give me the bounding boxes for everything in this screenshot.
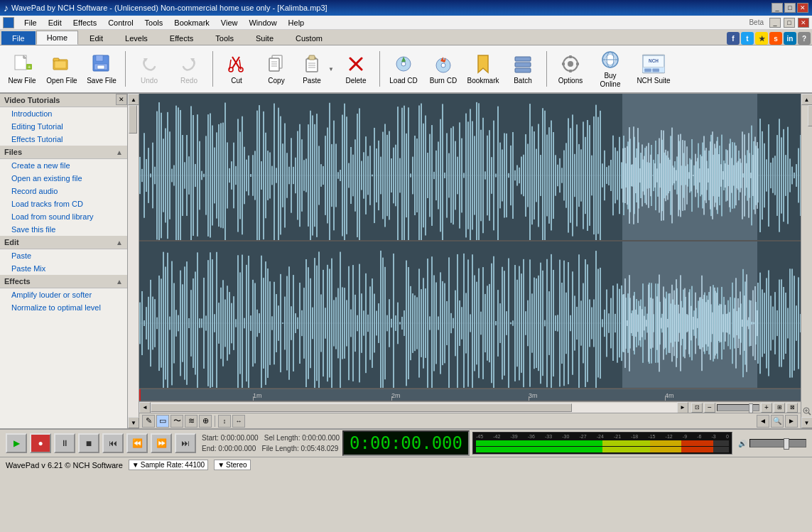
zoom-corner-btn[interactable] xyxy=(801,406,813,417)
section-video-tutorials[interactable]: Video Tutorials ▲ xyxy=(0,94,127,107)
menu-effects[interactable]: Effects xyxy=(67,17,102,28)
menu-bookmark[interactable]: Bookmark xyxy=(168,17,215,28)
play-btn[interactable]: ▶ xyxy=(6,433,27,453)
search-btn[interactable]: 🔍 xyxy=(771,415,784,428)
paste-dropdown-btn[interactable]: ▼ xyxy=(327,47,335,91)
hscroll-left-btn[interactable]: ◄ xyxy=(139,402,151,413)
restore-btn[interactable]: □ xyxy=(784,3,796,13)
menu-view[interactable]: View xyxy=(215,17,244,28)
sidebar-scroll-down[interactable]: ▼ xyxy=(128,417,139,428)
redo-button[interactable]: Redo xyxy=(170,47,208,91)
section-effects[interactable]: Effects ▲ xyxy=(0,275,127,288)
sidebar-item-open-existing[interactable]: Open an existing file xyxy=(0,172,127,185)
zoom-fullview-btn[interactable]: ⊞ xyxy=(774,403,785,413)
undo-button[interactable]: Undo xyxy=(130,47,168,91)
sidebar-item-create-new[interactable]: Create a new file xyxy=(0,159,127,172)
sidebar-item-paste-mix[interactable]: Paste Mix xyxy=(0,262,127,275)
waveform-track-top[interactable] xyxy=(139,94,801,241)
bookmark-button[interactable]: Bookmark xyxy=(464,47,502,91)
wave-view-btn[interactable]: 〜 xyxy=(170,415,183,428)
wave-scroll-up-btn[interactable]: ▲ xyxy=(801,94,813,105)
sidebar-item-record-audio[interactable]: Record audio xyxy=(0,185,127,197)
sidebar-item-effects-tutorial[interactable]: Effects Tutorial xyxy=(0,133,127,146)
twitter-icon[interactable]: t xyxy=(741,32,754,45)
zoom-out-btn[interactable]: − xyxy=(704,403,715,413)
tab-suite[interactable]: Suite xyxy=(245,31,284,45)
zoom-extra-btn[interactable]: ⊠ xyxy=(786,403,798,413)
menu-window[interactable]: Window xyxy=(243,17,282,28)
load-cd-button[interactable]: Load CD xyxy=(384,47,423,91)
zoom-fit-btn[interactable]: ⊡ xyxy=(691,403,703,413)
menu-tools[interactable]: Tools xyxy=(139,17,169,28)
fast-back-btn[interactable]: ⏪ xyxy=(126,433,148,453)
new-file-button[interactable]: + New File xyxy=(3,47,41,91)
section-edit[interactable]: Edit ▲ xyxy=(0,236,127,249)
menu-edit[interactable]: Edit xyxy=(43,17,67,28)
nch-suite-button[interactable]: NCH NCH Suite xyxy=(631,47,676,91)
burn-cd-button[interactable]: Burn CD xyxy=(424,47,462,91)
menu-control[interactable]: Control xyxy=(102,17,139,28)
prev-marker-btn[interactable]: ◄ xyxy=(757,415,769,428)
sidebar-close-btn[interactable]: ✕ xyxy=(116,94,127,105)
linkedin-icon[interactable]: in xyxy=(784,32,796,45)
zoom-wave-btn[interactable]: ⊕ xyxy=(199,415,212,428)
wave-vscroll[interactable]: ▲ ▼ xyxy=(801,94,812,428)
hscroll-bar[interactable]: ◄ ► ⊡ − + ⊞ ⊠ xyxy=(139,401,801,413)
select-tool-btn[interactable]: ▭ xyxy=(156,415,169,428)
hscroll-right-btn[interactable]: ► xyxy=(677,402,688,413)
tab-file[interactable]: File xyxy=(1,31,36,45)
channel-btn[interactable]: ↕ xyxy=(218,415,231,428)
sidebar-item-amplify[interactable]: Amplify louder or softer xyxy=(0,288,127,301)
zoom-slider[interactable] xyxy=(717,404,759,411)
end-btn[interactable]: ⏭ xyxy=(175,433,196,453)
fast-fwd-btn[interactable]: ⏩ xyxy=(151,433,172,453)
menu-close-btn[interactable]: ✕ xyxy=(798,18,809,28)
menu-file[interactable]: File xyxy=(18,17,43,28)
minimize-btn[interactable]: _ xyxy=(772,3,783,13)
normalize-btn[interactable]: ↔ xyxy=(232,415,245,428)
title-controls[interactable]: _ □ ✕ xyxy=(772,3,808,13)
star-icon[interactable]: ★ xyxy=(755,32,768,45)
options-button[interactable]: Options xyxy=(551,47,590,91)
menu-minimize-btn[interactable]: _ xyxy=(769,18,781,28)
sidebar-item-paste[interactable]: Paste xyxy=(0,249,127,262)
tab-home[interactable]: Home xyxy=(36,31,78,45)
sidebar-item-editing-tutorial[interactable]: Editing Tutorial xyxy=(0,120,127,133)
tab-tools[interactable]: Tools xyxy=(205,31,244,45)
cut-button[interactable]: Cut xyxy=(217,47,256,91)
save-file-button[interactable]: Save File xyxy=(82,47,121,91)
tab-custom[interactable]: Custom xyxy=(285,31,333,45)
soundcloud-icon[interactable]: s xyxy=(769,32,782,45)
stop-btn[interactable]: ■ xyxy=(78,433,99,453)
sidebar-scrollbar[interactable]: ▲ ▼ xyxy=(128,94,139,428)
paste-button[interactable]: Paste xyxy=(297,47,327,91)
next-marker-btn[interactable]: ► xyxy=(785,415,798,428)
facebook-icon[interactable]: f xyxy=(727,32,740,45)
question-icon[interactable]: ? xyxy=(798,32,811,45)
volume-slider[interactable] xyxy=(749,439,806,447)
spectrum-btn[interactable]: ≋ xyxy=(185,415,197,428)
section-files[interactable]: Files ▲ xyxy=(0,146,127,159)
sidebar-item-normalize[interactable]: Normalize to optimal level xyxy=(0,301,127,314)
app-menu-icon[interactable] xyxy=(3,17,14,28)
rewind-btn[interactable]: ⏮ xyxy=(102,433,124,453)
tab-effects[interactable]: Effects xyxy=(159,31,204,45)
record-btn[interactable]: ● xyxy=(30,433,51,453)
waveform-track-bottom[interactable] xyxy=(139,241,801,389)
open-file-button[interactable]: Open File xyxy=(43,47,81,91)
tab-edit[interactable]: Edit xyxy=(79,31,114,45)
sidebar-item-introduction[interactable]: Introduction xyxy=(0,107,127,120)
stereo-dropdown[interactable]: ▼ Stereo xyxy=(214,460,250,470)
sidebar-scroll-up[interactable]: ▲ xyxy=(128,94,139,105)
zoom-in-btn[interactable]: + xyxy=(761,403,772,413)
delete-button[interactable]: Delete xyxy=(337,47,375,91)
sample-rate-dropdown[interactable]: ▼ Sample Rate: 44100 xyxy=(129,460,208,470)
menu-help[interactable]: Help xyxy=(283,17,310,28)
copy-button[interactable]: Copy xyxy=(257,47,296,91)
wave-scroll-down-btn[interactable]: ▼ xyxy=(801,417,813,428)
sidebar-item-save-file[interactable]: Save this file xyxy=(0,223,127,236)
sidebar-item-load-tracks-cd[interactable]: Load tracks from CD xyxy=(0,197,127,210)
sidebar-item-load-sound-library[interactable]: Load from sound library xyxy=(0,210,127,223)
buy-online-button[interactable]: Buy Online xyxy=(591,47,629,91)
tab-levels[interactable]: Levels xyxy=(114,31,158,45)
